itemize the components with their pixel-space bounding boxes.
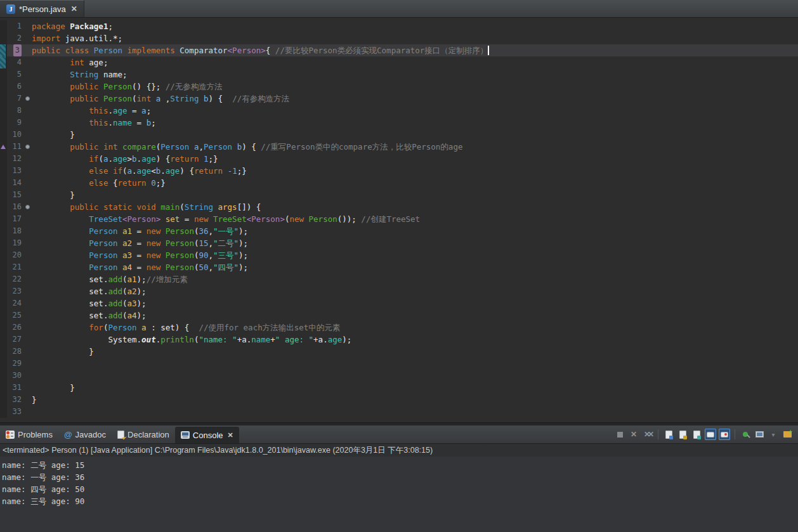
fold-column[interactable] <box>23 273 32 285</box>
pin-console-toggle[interactable] <box>740 429 751 440</box>
line-number[interactable]: 26 <box>7 321 23 334</box>
close-icon[interactable]: ✕ <box>71 4 77 13</box>
fold-column[interactable] <box>23 44 32 56</box>
line-number[interactable]: 16 <box>7 201 23 213</box>
fold-column[interactable] <box>23 141 32 153</box>
tab-declaration[interactable]: Declaration <box>112 425 175 443</box>
tab-javadoc[interactable]: @ Javadoc <box>58 425 112 443</box>
terminate-button[interactable] <box>614 429 625 440</box>
fold-column[interactable] <box>23 309 32 321</box>
code-line[interactable]: 20 Person a3 = new Person(90,"三号"); <box>0 249 798 261</box>
fold-column[interactable] <box>23 382 32 394</box>
line-number[interactable]: 31 <box>7 382 23 394</box>
line-number[interactable]: 13 <box>7 165 23 177</box>
line-number[interactable]: 19 <box>7 237 23 249</box>
line-number[interactable]: 24 <box>7 297 23 309</box>
code-line[interactable]: 30 <box>0 370 798 382</box>
fold-column[interactable] <box>23 334 32 346</box>
code-line[interactable]: 29 <box>0 358 798 370</box>
code-line[interactable]: 31 } <box>0 382 798 394</box>
code-line[interactable]: 3public class Person implements Comparat… <box>0 44 798 56</box>
code-line[interactable]: 6 public Person() {}; //无参构造方法 <box>0 81 798 93</box>
line-number[interactable]: 18 <box>7 225 23 237</box>
clear-console-button[interactable] <box>663 429 674 440</box>
line-number[interactable]: 10 <box>7 129 23 141</box>
fold-column[interactable] <box>23 346 32 358</box>
fold-column[interactable] <box>23 321 32 334</box>
code-line[interactable]: 17 TreeSet<Person> set = new TreeSet<Per… <box>0 213 798 225</box>
fold-column[interactable] <box>23 394 32 406</box>
code-line[interactable]: 32} <box>0 394 798 406</box>
fold-column[interactable] <box>23 213 32 225</box>
code-line[interactable]: 33 <box>0 406 798 418</box>
fold-column[interactable] <box>23 261 32 273</box>
fold-column[interactable] <box>23 370 32 382</box>
line-number[interactable]: 32 <box>7 394 23 406</box>
console-output[interactable]: name: 二号 age: 15name: 一号 age: 36name: 四号… <box>0 457 798 532</box>
line-number[interactable]: 15 <box>7 189 23 201</box>
fold-column[interactable] <box>23 237 32 249</box>
scroll-lock-toggle[interactable] <box>677 429 688 440</box>
code-line[interactable]: 14 else {return 0;} <box>0 177 798 189</box>
code-line[interactable]: 1package Package1; <box>0 20 798 32</box>
fold-column[interactable] <box>23 93 32 105</box>
remove-all-terminated-button[interactable]: ✕✕ <box>642 429 653 440</box>
line-number[interactable]: 30 <box>7 370 23 382</box>
fold-marker-icon[interactable] <box>25 145 30 149</box>
line-number[interactable]: 8 <box>7 105 23 117</box>
line-number[interactable]: 17 <box>7 213 23 225</box>
line-number[interactable]: 21 <box>7 261 23 273</box>
line-number[interactable]: 28 <box>7 346 23 358</box>
open-console-button[interactable]: + <box>782 429 793 440</box>
code-line[interactable]: 8 this.age = a; <box>0 105 798 117</box>
line-number[interactable]: 9 <box>7 117 23 129</box>
code-line[interactable]: 16 public static void main(String args[]… <box>0 201 798 213</box>
line-number[interactable]: 14 <box>7 177 23 189</box>
line-number[interactable]: 25 <box>7 309 23 321</box>
line-number[interactable]: 6 <box>7 81 23 93</box>
code-line[interactable]: 12 if(a.age>b.age) {return 1;} <box>0 153 798 165</box>
fold-column[interactable] <box>23 20 32 32</box>
fold-column[interactable] <box>23 81 32 93</box>
code-line[interactable]: 19 Person a2 = new Person(15,"二号"); <box>0 237 798 249</box>
code-line[interactable]: 27 System.out.println("name: "+a.name+" … <box>0 334 798 346</box>
fold-column[interactable] <box>23 297 32 309</box>
tab-problems[interactable]: Problems <box>0 425 58 443</box>
code-line[interactable]: 13 else if(a.age<b.age) {return -1;} <box>0 165 798 177</box>
code-line[interactable]: 7 public Person(int a ,String b) { //有参构… <box>0 93 798 105</box>
show-stdout-toggle[interactable] <box>705 429 716 440</box>
line-number[interactable]: 20 <box>7 249 23 261</box>
fold-column[interactable] <box>23 177 32 189</box>
fold-column[interactable] <box>23 129 32 141</box>
fold-column[interactable] <box>23 153 32 165</box>
fold-column[interactable] <box>23 201 32 213</box>
console-dropdown[interactable]: ▾ <box>768 429 779 440</box>
code-line[interactable]: 2import java.util.*; <box>0 32 798 44</box>
line-number[interactable]: 11 <box>7 141 23 153</box>
code-line[interactable]: 24 set.add(a3); <box>0 297 798 309</box>
code-line[interactable]: 5 String name; <box>0 68 798 81</box>
fold-column[interactable] <box>23 358 32 370</box>
code-line[interactable]: 10 } <box>0 129 798 141</box>
code-line[interactable]: 11 public int compare(Person a,Person b)… <box>0 141 798 153</box>
line-number[interactable]: 23 <box>7 285 23 297</box>
fold-column[interactable] <box>23 189 32 201</box>
tab-console[interactable]: Console ✕ <box>175 427 239 443</box>
code-line[interactable]: 28 } <box>0 346 798 358</box>
code-line[interactable]: 15 } <box>0 189 798 201</box>
fold-column[interactable] <box>23 68 32 81</box>
remove-launch-button[interactable]: ✕ <box>628 429 639 440</box>
line-number[interactable]: 12 <box>7 153 23 165</box>
display-console-button[interactable] <box>754 429 765 440</box>
line-number[interactable]: 33 <box>7 406 23 418</box>
word-wrap-toggle[interactable] <box>691 429 702 440</box>
code-line[interactable]: 23 set.add(a2); <box>0 285 798 297</box>
fold-marker-icon[interactable] <box>25 96 30 101</box>
line-number[interactable]: 2 <box>7 32 23 44</box>
code-line[interactable]: 26 for(Person a : set) { //使用for each方法输… <box>0 321 798 334</box>
fold-column[interactable] <box>23 249 32 261</box>
fold-column[interactable] <box>23 117 32 129</box>
line-number[interactable]: 7 <box>7 93 23 105</box>
fold-column[interactable] <box>23 32 32 44</box>
line-number[interactable]: 3 <box>7 44 23 56</box>
